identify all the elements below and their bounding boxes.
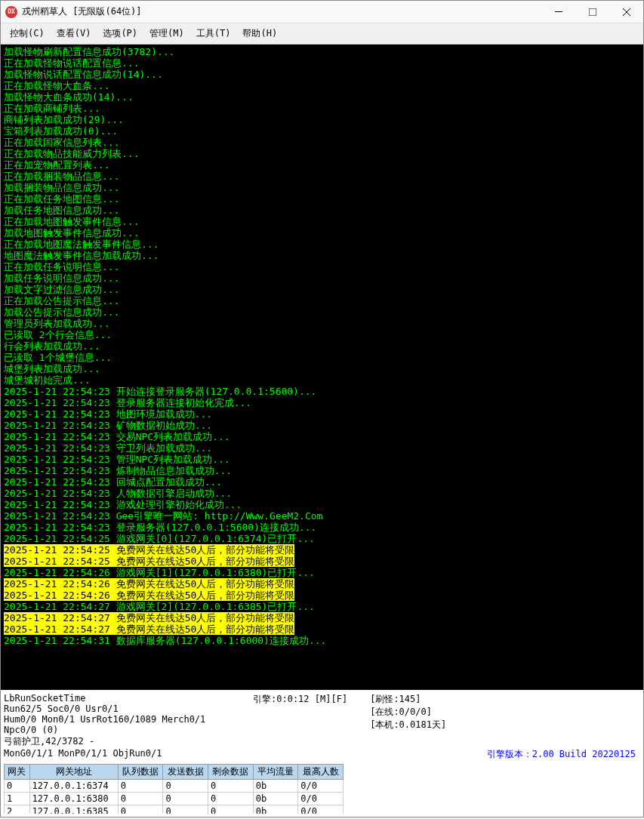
log-line: 2025-1-21 22:54:25 免费网关在线达50人后，部分功能将受限 <box>4 544 640 556</box>
log-line: 正在加载怪物大血条... <box>4 80 640 91</box>
status-local: [本机:0.0181天] <box>370 719 446 731</box>
log-line: 正在加载地图魔法触发事件信息... <box>4 239 640 250</box>
log-line: 2025-1-21 22:54:23 Gee引擎唯一网站: http://Www… <box>4 510 640 522</box>
log-line: 城堡列表加载成功... <box>4 363 640 374</box>
log-line: 宝箱列表加载成功(0)... <box>4 125 640 137</box>
grid-header[interactable]: 网关地址 <box>29 765 118 780</box>
log-line: 2025-1-21 22:54:23 管理NPC列表加载成功... <box>4 454 640 465</box>
main-window: DX 戎州稻草人 [无限版(64位)] 控制(C) 查看(V) 选项(P) 管理… <box>0 0 644 817</box>
log-line: 2025-1-21 22:54:31 数据库服务器(127.0.0.1:6000… <box>4 635 640 646</box>
log-line: 2025-1-21 22:54:23 守卫列表加载成功... <box>4 442 640 454</box>
grid-header[interactable]: 队列数据 <box>118 765 163 780</box>
log-line: 加载地图触发事件信息成功... <box>4 227 640 239</box>
log-line: 2025-1-21 22:54:27 免费网关在线达50人后，部分功能将受限 <box>4 623 640 635</box>
log-line: 城堡城初始完成... <box>4 374 640 386</box>
log-line: 2025-1-21 22:54:23 登录服务器连接初始化完成... <box>4 397 640 408</box>
log-line: 2025-1-21 22:54:27 游戏网关[2](127.0.0.1:638… <box>4 601 640 612</box>
svg-rect-1 <box>589 8 596 16</box>
log-line: 2025-1-21 22:54:23 开始连接登录服务器(127.0.0.1:5… <box>4 386 640 397</box>
status-mong: MonG0/1/1 MonP0/1/1 ObjRun0/1 <box>4 748 230 759</box>
status-panel: LbRunSocketTime Run62/5 Soc0/0 Usr0/1 Hu… <box>1 690 643 817</box>
log-line: 2025-1-21 22:54:26 游戏网关[1](127.0.0.1:638… <box>4 567 640 578</box>
log-line: 正在加载公告提示信息... <box>4 295 640 306</box>
log-line: 2025-1-21 22:54:23 矿物数据初始成功... <box>4 420 640 431</box>
gateway-table: 网关网关地址队列数据发送数据剩余数据平均流量最高人数0127.0.0.1:637… <box>4 764 344 814</box>
log-line: 已读取 1个城堡信息... <box>4 352 640 363</box>
status-run: Run62/5 Soc0/0 Usr0/1 <box>4 704 230 714</box>
log-line: 2025-1-21 22:54:26 免费网关在线达50人后，部分功能将受限 <box>4 578 640 590</box>
log-line: 正在加载国家信息列表... <box>4 137 640 148</box>
window-title: 戎州稻草人 [无限版(64位)] <box>22 5 541 18</box>
log-line: 2025-1-21 22:54:23 地图环境加载成功... <box>4 408 640 420</box>
table-row[interactable]: 2127.0.0.1:63850000b0/0 <box>5 805 344 814</box>
log-line: 加载文字过滤信息成功... <box>4 284 640 295</box>
menu-help[interactable]: 帮助(H) <box>236 25 283 42</box>
grid-header[interactable]: 剩余数据 <box>208 765 254 780</box>
log-line: 加载怪物大血条成功(14)... <box>4 91 640 103</box>
log-line: 2025-1-21 22:54:27 免费网关在线达50人后，部分功能将受限 <box>4 612 640 623</box>
status-engine-time: 引擎:0:0:12 [M][F] <box>253 693 347 706</box>
status-col2: 引擎:0:0:12 [M][F] <box>253 693 347 759</box>
log-line: 加载公告提示信息成功... <box>4 306 640 318</box>
log-line: 2025-1-21 22:54:25 游戏网关[0](127.0.0.1:637… <box>4 533 640 544</box>
log-line: 加载任务地图信息成功... <box>4 205 640 216</box>
app-icon: DX <box>5 6 17 18</box>
gateway-grid-wrap[interactable]: 网关网关地址队列数据发送数据剩余数据平均流量最高人数0127.0.0.1:637… <box>4 761 356 814</box>
minimize-button[interactable] <box>541 1 575 23</box>
menu-control[interactable]: 控制(C) <box>4 25 51 42</box>
log-line: 正在加宠物配置列表... <box>4 159 640 171</box>
grid-header[interactable]: 网关 <box>5 765 30 780</box>
close-button[interactable] <box>609 1 643 23</box>
log-line: 正在加载捆装物品信息... <box>4 171 640 182</box>
status-spawn: [刷怪:145] <box>370 693 446 706</box>
titlebar[interactable]: DX 戎州稻草人 [无限版(64位)] <box>1 1 643 23</box>
maximize-button[interactable] <box>575 1 609 23</box>
grid-header[interactable]: 最高人数 <box>298 765 344 780</box>
log-line: 行会列表加载成功... <box>4 340 640 352</box>
menu-options[interactable]: 选项(P) <box>97 25 143 42</box>
log-line: 加载怪物说话配置信息成功(14)... <box>4 69 640 80</box>
status-col3: [刷怪:145] [在线:0/0/0] [本机:0.0181天] <box>370 693 446 759</box>
status-col1: LbRunSocketTime Run62/5 Soc0/0 Usr0/1 Hu… <box>4 693 230 759</box>
log-line: 已读取 2个行会信息... <box>4 329 640 340</box>
log-line: 正在加载怪物说话配置信息... <box>4 57 640 69</box>
svg-rect-0 <box>555 11 562 12</box>
log-line: 2025-1-21 22:54:23 游戏处理引擎初始化成功... <box>4 499 640 510</box>
status-guard: 弓箭护卫,42/3782 - <box>4 735 230 748</box>
log-line: 地图魔法触发事件信息加载成功... <box>4 250 640 261</box>
log-line: 正在加载任务地图信息... <box>4 193 640 205</box>
log-line: 正在加载任务说明信息... <box>4 261 640 272</box>
menu-view[interactable]: 查看(V) <box>51 25 97 42</box>
log-line: 2025-1-21 22:54:23 人物数据引擎启动成功... <box>4 488 640 499</box>
menubar: 控制(C) 查看(V) 选项(P) 管理(M) 工具(T) 帮助(H) <box>1 23 643 45</box>
log-line: 2025-1-21 22:54:23 炼制物品信息加载成功... <box>4 465 640 476</box>
log-line: 加载怪物刷新配置信息成功(3782)... <box>4 46 640 57</box>
log-line: 2025-1-21 22:54:23 回城点配置加载成功... <box>4 476 640 488</box>
log-console[interactable]: 加载怪物刷新配置信息成功(3782)...正在加载怪物说话配置信息...加载怪物… <box>1 45 643 690</box>
log-line: 商铺列表加载成功(29)... <box>4 114 640 125</box>
log-line: 2025-1-21 22:54:23 交易NPC列表加载成功... <box>4 431 640 442</box>
log-line: 正在加载物品技能威力列表... <box>4 148 640 159</box>
log-line: 正在加载地图触发事件信息... <box>4 216 640 227</box>
table-row[interactable]: 0127.0.0.1:63740000b0/0 <box>5 780 344 793</box>
grid-header[interactable]: 平均流量 <box>253 765 298 780</box>
table-row[interactable]: 1127.0.0.1:63800000b0/0 <box>5 793 344 805</box>
log-line: 正在加载商铺列表... <box>4 103 640 114</box>
grid-header[interactable]: 发送数据 <box>163 765 208 780</box>
window-buttons <box>541 1 643 23</box>
log-line: 管理员列表加载成功... <box>4 318 640 329</box>
status-hum: Hum0/0 Mon0/1 UsrRot160/1089 Merch0/1 Np… <box>4 714 230 735</box>
log-line: 2025-1-21 22:54:23 登录服务器(127.0.0.1:5600)… <box>4 522 640 533</box>
status-online: [在线:0/0/0] <box>370 706 446 719</box>
log-line: 加载任务说明信息成功... <box>4 272 640 284</box>
log-line: 2025-1-21 22:54:25 免费网关在线达50人后，部分功能将受限 <box>4 556 640 567</box>
log-line: 2025-1-21 22:54:26 免费网关在线达50人后，部分功能将受限 <box>4 590 640 601</box>
menu-tools[interactable]: 工具(T) <box>190 25 237 42</box>
status-socket-time: LbRunSocketTime <box>4 693 230 704</box>
menu-manage[interactable]: 管理(M) <box>143 25 190 42</box>
log-line: 加载捆装物品信息成功... <box>4 182 640 193</box>
